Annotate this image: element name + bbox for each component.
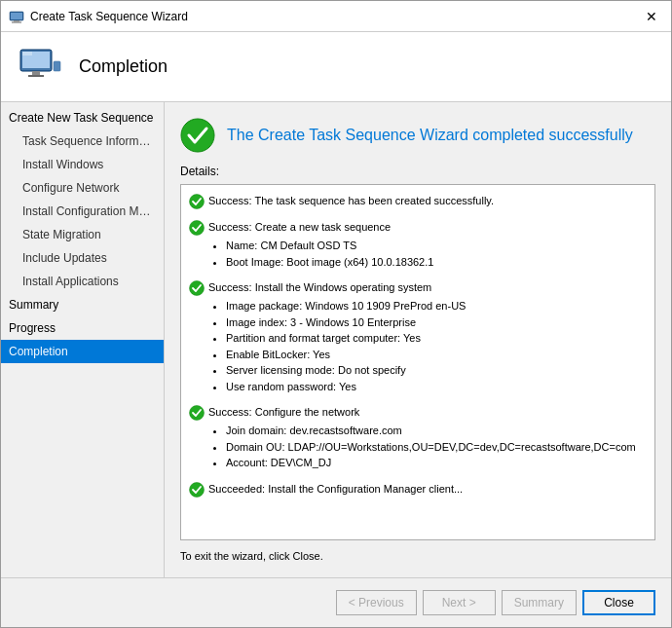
footer-note: To exit the wizard, click Close.: [180, 550, 655, 562]
wizard-window: Create Task Sequence Wizard ✕ Completion…: [0, 0, 672, 628]
success-icon-large: [180, 118, 215, 153]
sidebar-item-state-migration[interactable]: State Migration: [1, 223, 164, 246]
svg-rect-9: [22, 52, 32, 55]
svg-rect-2: [14, 20, 19, 22]
svg-rect-7: [28, 75, 44, 77]
title-bar: Create Task Sequence Wizard ✕: [1, 1, 671, 32]
svg-rect-6: [32, 71, 40, 75]
sidebar-item-task-sequence-info[interactable]: Task Sequence Information: [1, 129, 164, 153]
detail-bullet-item: Account: DEV\CM_DJ: [226, 455, 647, 471]
detail-bullet-item: Join domain: dev.recastsoftware.com: [226, 423, 647, 439]
header-section: Completion: [1, 32, 671, 102]
detail-entry: Success: The task sequence has been crea…: [189, 193, 647, 209]
main-content: Create New Task SequenceTask Sequence In…: [1, 102, 671, 577]
check-icon: [189, 280, 205, 296]
detail-success-text: Succeeded: Install the Configuration Man…: [208, 481, 647, 498]
success-header: The Create Task Sequence Wizard complete…: [180, 118, 655, 153]
detail-bullet-item: Use random password: Yes: [226, 379, 647, 395]
sidebar-item-summary[interactable]: Summary: [1, 293, 164, 316]
details-box[interactable]: Success: The task sequence has been crea…: [180, 184, 655, 540]
success-title: The Create Task Sequence Wizard complete…: [227, 127, 633, 144]
sidebar-item-create-new[interactable]: Create New Task Sequence: [1, 106, 164, 129]
svg-point-13: [190, 221, 205, 236]
summary-button[interactable]: Summary: [502, 590, 577, 615]
next-button[interactable]: Next >: [423, 590, 496, 615]
detail-success-text: Success: Install the Windows operating s…: [208, 279, 647, 296]
check-icon: [189, 194, 205, 209]
svg-point-11: [181, 119, 214, 152]
detail-bullet-item: Image index: 3 - Windows 10 Enterprise: [226, 314, 647, 331]
close-button[interactable]: ✕: [640, 5, 663, 28]
svg-rect-1: [11, 13, 22, 19]
detail-bullet-item: Boot Image: Boot image (x64) 10.0.18362.…: [226, 254, 647, 271]
sidebar-item-completion[interactable]: Completion: [1, 340, 164, 363]
header-computer-icon: [17, 44, 63, 91]
detail-entry: Succeeded: Install the Configuration Man…: [189, 481, 647, 498]
detail-entry: Success: Install the Windows operating s…: [189, 279, 647, 394]
sidebar-item-progress[interactable]: Progress: [1, 316, 164, 340]
sidebar-item-install-config-mgr[interactable]: Install Configuration Manager: [1, 200, 164, 223]
check-icon: [189, 220, 205, 236]
window-title: Create Task Sequence Wizard: [30, 10, 640, 23]
sidebar-item-include-updates[interactable]: Include Updates: [1, 246, 164, 270]
detail-success-text: Success: The task sequence has been crea…: [208, 193, 647, 209]
check-icon: [189, 405, 205, 421]
sidebar-item-install-applications[interactable]: Install Applications: [1, 270, 164, 293]
header-title: Completion: [79, 56, 168, 77]
sidebar-item-configure-network[interactable]: Configure Network: [1, 176, 164, 200]
previous-button[interactable]: < Previous: [336, 590, 417, 615]
bottom-bar: < Previous Next > Summary Close: [1, 577, 671, 627]
detail-bullet-item: Enable BitLocker: Yes: [226, 347, 647, 363]
detail-bullet-item: Server licensing mode: Do not specify: [226, 362, 647, 379]
check-icon: [189, 482, 205, 498]
detail-entry: Success: Create a new task sequenceName:…: [189, 219, 647, 270]
svg-point-16: [190, 482, 205, 497]
detail-bullet-item: Domain OU: LDAP://OU=Workstations,OU=DEV…: [226, 439, 647, 456]
details-label: Details:: [180, 165, 655, 178]
svg-rect-8: [54, 61, 60, 71]
svg-point-15: [190, 406, 205, 421]
detail-entry: Success: Configure the networkJoin domai…: [189, 404, 647, 471]
svg-rect-3: [12, 21, 21, 22]
svg-point-14: [190, 281, 205, 296]
svg-point-12: [190, 195, 205, 209]
detail-bullet-item: Image package: Windows 10 1909 PreProd e…: [226, 298, 647, 314]
detail-success-text: Success: Configure the network: [208, 404, 647, 421]
content-area: The Create Task Sequence Wizard complete…: [165, 102, 671, 577]
wizard-icon: [9, 9, 24, 24]
detail-success-text: Success: Create a new task sequence: [208, 219, 647, 236]
close-dialog-button[interactable]: Close: [582, 590, 655, 615]
detail-bullet-item: Name: CM Default OSD TS: [226, 238, 647, 254]
detail-bullet-item: Partition and format target computer: Ye…: [226, 330, 647, 347]
sidebar-item-install-windows[interactable]: Install Windows: [1, 153, 164, 176]
sidebar: Create New Task SequenceTask Sequence In…: [1, 102, 165, 577]
